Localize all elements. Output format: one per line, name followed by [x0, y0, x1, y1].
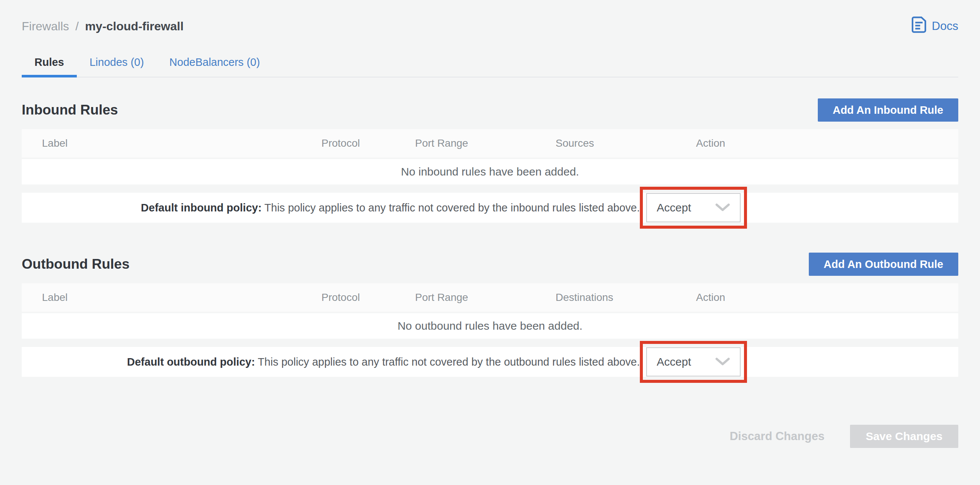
tab-linodes[interactable]: Linodes (0) [77, 51, 157, 77]
outbound-empty-text: No outbound rules have been added. [398, 320, 582, 332]
inbound-table-header: Label Protocol Port Range Sources Action [22, 129, 958, 158]
inbound-policy-text: This policy applies to any traffic not c… [261, 202, 640, 214]
inbound-column-label: Label [22, 137, 321, 149]
inbound-column-action: Action [696, 137, 958, 149]
inbound-rules-title: Inbound Rules [22, 102, 118, 118]
outbound-section-header: Outbound Rules Add An Outbound Rule [22, 252, 958, 277]
firewall-detail-page: Firewalls / my-cloud-firewall Docs Rules… [0, 16, 980, 448]
inbound-policy-description: Default inbound policy: This policy appl… [22, 202, 640, 214]
inbound-policy-label: Default inbound policy: [141, 202, 261, 214]
add-outbound-rule-button[interactable]: Add An Outbound Rule [809, 253, 958, 276]
outbound-policy-selected-value: Accept [657, 355, 691, 368]
outbound-policy-highlight-box: Accept [640, 341, 747, 383]
breadcrumb-separator: / [75, 19, 79, 33]
inbound-policy-selected-value: Accept [657, 201, 691, 214]
tab-nodebalancers[interactable]: NodeBalancers (0) [157, 51, 273, 77]
outbound-policy-label: Default outbound policy: [127, 356, 255, 368]
inbound-column-port-range: Port Range [415, 137, 555, 149]
outbound-policy-select[interactable]: Accept [646, 347, 741, 376]
outbound-policy-description: Default outbound policy: This policy app… [22, 356, 640, 368]
outbound-column-label: Label [22, 292, 321, 303]
outbound-column-protocol: Protocol [321, 292, 415, 303]
inbound-column-protocol: Protocol [321, 137, 415, 149]
tab-bar: Rules Linodes (0) NodeBalancers (0) [22, 51, 958, 78]
tab-rules[interactable]: Rules [22, 51, 77, 77]
outbound-empty-row: No outbound rules have been added. [22, 313, 958, 339]
docs-link-label: Docs [932, 19, 958, 33]
footer-actions: Discard Changes Save Changes [22, 425, 958, 448]
outbound-table-header: Label Protocol Port Range Destinations A… [22, 283, 958, 312]
breadcrumb-current-firewall: my-cloud-firewall [85, 19, 184, 33]
docs-link[interactable]: Docs [912, 16, 958, 36]
inbound-empty-text: No inbound rules have been added. [401, 165, 579, 178]
outbound-rules-table: Label Protocol Port Range Destinations A… [22, 283, 958, 377]
outbound-policy-text: This policy applies to any traffic not c… [255, 356, 640, 368]
add-inbound-rule-button[interactable]: Add An Inbound Rule [818, 98, 958, 122]
discard-changes-button[interactable]: Discard Changes [730, 430, 824, 443]
outbound-column-action: Action [696, 292, 958, 303]
inbound-section-header: Inbound Rules Add An Inbound Rule [22, 98, 958, 122]
inbound-column-sources: Sources [555, 137, 696, 149]
inbound-policy-highlight-box: Accept [640, 187, 747, 229]
breadcrumb-firewalls-link[interactable]: Firewalls [22, 19, 69, 33]
outbound-rules-title: Outbound Rules [22, 256, 130, 272]
outbound-policy-row: Default outbound policy: This policy app… [22, 347, 958, 377]
inbound-policy-select[interactable]: Accept [646, 193, 741, 222]
inbound-empty-row: No inbound rules have been added. [22, 159, 958, 184]
chevron-down-icon [715, 203, 730, 212]
document-icon [912, 16, 926, 36]
save-changes-button[interactable]: Save Changes [850, 425, 958, 448]
outbound-column-port-range: Port Range [415, 292, 555, 303]
inbound-policy-row: Default inbound policy: This policy appl… [22, 193, 958, 223]
inbound-rules-table: Label Protocol Port Range Sources Action… [22, 129, 958, 223]
topbar: Firewalls / my-cloud-firewall Docs [22, 16, 958, 36]
breadcrumb: Firewalls / my-cloud-firewall [22, 19, 184, 33]
outbound-column-destinations: Destinations [555, 292, 696, 303]
chevron-down-icon [715, 357, 730, 366]
